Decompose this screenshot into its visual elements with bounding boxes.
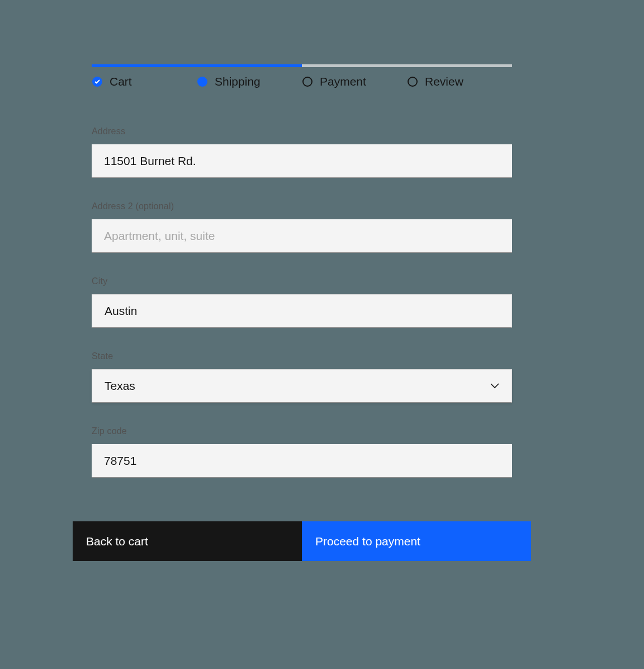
svg-point-3 [408, 77, 417, 86]
address2-label: Address 2 (optional) [92, 201, 512, 211]
step-label: Payment [320, 75, 366, 88]
circle-filled-icon [197, 76, 208, 87]
back-to-cart-button[interactable]: Back to cart [73, 521, 302, 561]
field-address: Address [92, 126, 512, 178]
chevron-down-icon [490, 381, 499, 391]
circle-outline-icon [407, 76, 418, 87]
address-label: Address [92, 126, 512, 136]
state-select[interactable]: Texas [92, 369, 512, 403]
step-label: Review [425, 75, 463, 88]
step-payment[interactable]: Payment [302, 75, 407, 88]
city-input[interactable] [92, 294, 512, 328]
step-cart[interactable]: Cart [92, 75, 197, 88]
step-label: Shipping [215, 75, 261, 88]
address-input[interactable] [92, 144, 512, 178]
field-address2: Address 2 (optional) [92, 201, 512, 253]
state-label: State [92, 351, 512, 361]
svg-point-2 [303, 77, 312, 86]
zip-label: Zip code [92, 426, 512, 436]
zip-input[interactable] [92, 444, 512, 478]
field-city: City [92, 276, 512, 328]
field-zip: Zip code [92, 426, 512, 478]
proceed-to-payment-button[interactable]: Proceed to payment [302, 521, 531, 561]
progress-fill [92, 64, 302, 67]
step-review[interactable]: Review [407, 75, 512, 88]
field-state: State Texas [92, 351, 512, 403]
step-shipping[interactable]: Shipping [197, 75, 302, 88]
step-label: Cart [110, 75, 132, 88]
circle-outline-icon [302, 76, 313, 87]
svg-point-1 [197, 77, 207, 87]
address2-input[interactable] [92, 219, 512, 253]
state-value: Texas [105, 379, 135, 393]
progress-track [92, 64, 512, 67]
city-label: City [92, 276, 512, 286]
checkmark-filled-icon [92, 76, 103, 87]
progress-steps: Cart Shipping Payment R [92, 75, 512, 88]
